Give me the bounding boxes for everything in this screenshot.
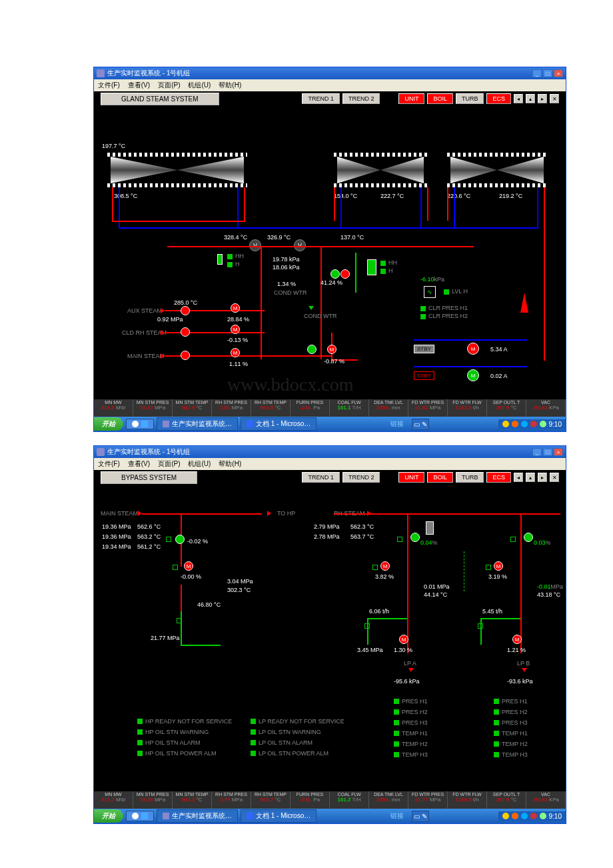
hp-outlet-temp: 308.5 °C [114,193,137,199]
indicator-row: PRES H2 [394,709,428,715]
ip-turbine-top [334,153,427,157]
trend1-button[interactable]: TREND 1 [302,93,340,104]
tray-icon[interactable] [521,421,528,427]
motor: M [327,345,336,354]
cld-valve [181,327,190,337]
status-col: RH STM TEMP563.8 °C [251,399,291,417]
tray-icon[interactable] [540,421,546,427]
unit-button[interactable]: UNIT [398,93,424,104]
nav-prev-button[interactable]: ◂ [514,94,523,103]
lp-temp-1: 220.6 °C [447,193,470,199]
start-button[interactable]: 开始 [94,417,123,431]
ms-p3: 19.34 MPa [102,543,131,550]
menu-page[interactable]: 页面(P) [158,459,180,469]
menu-file[interactable]: 文件(F) [98,81,120,90]
to-hp-label: TO HP [277,510,295,517]
app-icon [97,69,105,77]
menubar: 文件(F) 查看(V) 页面(P) 机组(U) 帮助(H) [94,458,566,470]
task-item-word[interactable]: 文档 1 - Microso… [241,417,316,431]
system-tray[interactable]: 9:10 [498,419,566,429]
menu-page[interactable]: 页面(P) [158,81,180,90]
minimize-button[interactable]: _ [532,69,542,77]
tray-icon[interactable] [512,813,518,819]
aux-steam-label: AUX STEAM [127,307,162,314]
lpa-pct: 0.04 % [420,539,432,546]
mimic-canvas-bypass: MAIN STEAM TO HP 19.36 MPa 562.6 °C 19.3… [94,485,566,791]
hp-inlet-temp: 197.7 °C [102,143,125,149]
hp-turbine-bottom [107,183,247,187]
nav-next-button[interactable]: ▸ [538,94,547,103]
trend2-button[interactable]: TREND 2 [342,472,380,483]
indicator-row: LP OIL STN POWER ALM [251,750,344,757]
menu-help[interactable]: 帮助(H) [219,459,241,469]
lang-bar[interactable]: ▭ ✎ [412,419,429,430]
boil-button[interactable]: BOIL [427,472,453,483]
steam-line [447,187,448,221]
nav-next-button[interactable]: ▸ [538,473,547,482]
indicator-row: PRES H1 [494,698,528,705]
lang-bar[interactable]: ▭ ✎ [412,811,429,822]
nav-up-button[interactable]: ▴ [526,473,535,482]
cld-motor: M [231,325,240,334]
turb-button[interactable]: TURB [456,93,484,104]
nav-prev-button[interactable]: ◂ [514,473,523,482]
ip-turbine-bottom [334,183,427,187]
system-tray[interactable]: 9:10 [498,811,566,821]
quick-launch[interactable] [126,811,154,821]
start-button[interactable]: 开始 [94,809,123,823]
tray-icon[interactable] [502,813,509,819]
tray-icon[interactable] [502,421,509,427]
menu-file[interactable]: 文件(F) [98,459,120,469]
indicator-row: LP OIL STN ALARM [251,739,344,746]
task-item-hmi[interactable]: 生产实时监视系统… [157,417,238,431]
menu-view[interactable]: 查看(V) [128,81,150,90]
tray-icon[interactable] [521,813,528,819]
trend1-button[interactable]: TREND 1 [302,472,340,483]
unit-button[interactable]: UNIT [398,472,424,483]
titlebar[interactable]: 生产实时监视系统 - 1号机组 _ □ × [94,446,566,458]
tray-icon[interactable] [530,421,537,427]
menu-unit[interactable]: 机组(U) [188,81,211,90]
cond-line [355,253,356,293]
menubar: 文件(F) 查看(V) 页面(P) 机组(U) 帮助(H) [94,79,566,91]
task-item-hmi[interactable]: 生产实时监视系统… [157,809,238,823]
pump-line [414,366,527,367]
status-col: COAL FLW161.1 T/H [330,399,369,417]
lp-turbine-right [497,157,544,183]
menu-help[interactable]: 帮助(H) [219,81,241,90]
tray-icon[interactable] [512,421,518,427]
task-item-word[interactable]: 文档 1 - Microso… [241,809,316,823]
minimize-button[interactable]: _ [532,448,542,456]
turb-button[interactable]: TURB [456,472,484,483]
quick-launch[interactable] [126,419,154,429]
steam-down [261,246,262,359]
titlebar[interactable]: 生产实时监视系统 - 1号机组 _ □ × [94,67,566,79]
boil-button[interactable]: BOIL [427,93,453,104]
tray-icon[interactable] [540,813,546,819]
p1-value: 19.78 kPa [273,256,300,263]
status-col: MN MW414.5 MW [94,399,133,417]
nav-close-button[interactable]: ✕ [550,473,559,482]
lpb-f: 5.45 t/h [482,608,502,615]
seal-line [420,187,422,227]
rh-t2: 563.7 °C [350,533,374,540]
tray-icon[interactable] [530,813,537,819]
maximize-button[interactable]: □ [543,448,552,456]
indicator-row: HP READY NOT FOR SERVICE [137,718,232,725]
close-button[interactable]: × [554,448,563,456]
ecs-button[interactable]: ECS [486,93,511,104]
ecs-button[interactable]: ECS [486,472,511,483]
steam-line [244,187,245,221]
maximize-button[interactable]: □ [543,69,552,77]
menu-view[interactable]: 查看(V) [128,459,150,469]
trend2-button[interactable]: TREND 2 [342,93,380,104]
lpb-dash [464,551,465,591]
menu-unit[interactable]: 机组(U) [188,459,211,469]
nav-close-button[interactable]: ✕ [550,94,559,103]
status-col: FURN PRES-244. Pa [291,399,330,417]
close-button[interactable]: × [554,69,563,77]
seal-line [454,187,455,227]
pump-line [414,339,527,341]
valve-open [307,345,316,354]
nav-up-button[interactable]: ▴ [526,94,535,103]
